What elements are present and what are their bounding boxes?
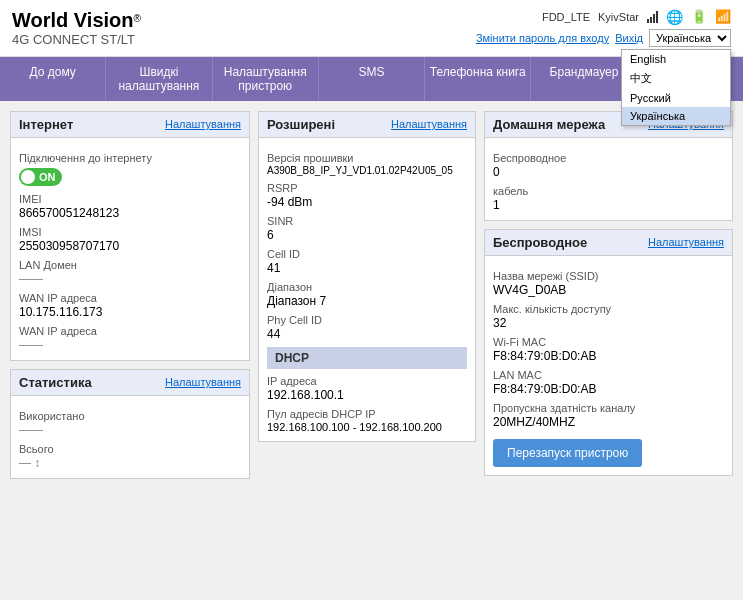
change-password-link[interactable]: Змінити пароль для входу (476, 32, 609, 44)
channel-value: 20MHZ/40MHZ (493, 415, 724, 429)
stats-card: Статистика Налаштування Використано —— В… (10, 369, 250, 479)
internet-card: Інтернет Налаштування Підключення до інт… (10, 111, 250, 361)
advanced-card-body: Версія прошивки A390B_B8_IP_YJ_VD1.01.02… (259, 138, 475, 441)
internet-card-body: Підключення до інтернету ON IMEI 8665700… (11, 138, 249, 360)
total-label: Всього (19, 443, 241, 455)
stats-settings-link[interactable]: Налаштування (165, 376, 241, 388)
total-value: — ↕ (19, 456, 241, 470)
logo-reg: ® (134, 13, 141, 24)
wan-ip2-label: WAN IP адреса (19, 325, 241, 337)
wireless-card-body: Назва мережі (SSID) WV4G_D0AB Макс. кіль… (485, 256, 732, 475)
internet-title: Інтернет (19, 117, 73, 132)
imsi-label: IMSI (19, 226, 241, 238)
nav-quick[interactable]: Швидкі налаштування (106, 57, 212, 101)
advanced-settings-link[interactable]: Налаштування (391, 118, 467, 130)
lan-mac-value: F8:84:79:0B:D0:AB (493, 382, 724, 396)
lang-section: Змінити пароль для входу Вихід English 中… (476, 29, 731, 47)
network-type: FDD_LTE (542, 11, 590, 23)
internet-card-header: Інтернет Налаштування (11, 112, 249, 138)
connection-toggle[interactable]: ON (19, 168, 62, 186)
nav-device[interactable]: Налаштування пристрою (213, 57, 319, 101)
imsi-value: 255030958707170 (19, 239, 241, 253)
cell-id-value: 41 (267, 261, 467, 275)
phy-cell-label: Phy Cell ID (267, 314, 467, 326)
cell-id-label: Cell ID (267, 248, 467, 260)
header-right: FDD_LTE KyivStar 🌐 🔋 📶 Змінити пароль дл… (476, 9, 731, 47)
wifi-mac-label: Wi-Fi MAC (493, 336, 724, 348)
home-network-title: Домашня мережа (493, 117, 605, 132)
toggle-circle (21, 170, 35, 184)
nav-home[interactable]: До дому (0, 57, 106, 101)
lang-item-ukrainian[interactable]: Українська (622, 107, 730, 125)
stats-title: Статистика (19, 375, 92, 390)
home-network-card: Домашня мережа Налаштування Беспроводное… (484, 111, 733, 221)
internet-settings-link[interactable]: Налаштування (165, 118, 241, 130)
language-select[interactable]: English 中文 Русский Українська (649, 29, 731, 47)
used-label: Використано (19, 410, 241, 422)
home-network-body: Беспроводное 0 кабель 1 (485, 138, 732, 220)
nav-sms[interactable]: SMS (319, 57, 425, 101)
max-access-label: Макс. кількість доступу (493, 303, 724, 315)
lan-mac-label: LAN MAC (493, 369, 724, 381)
dhcp-pool-label: Пул адресів DHCP IP (267, 408, 467, 420)
wifi-icon: 📶 (715, 9, 731, 24)
advanced-title: Розширені (267, 117, 335, 132)
cable-label: кабель (493, 185, 724, 197)
lan-domain-value: —— (19, 272, 241, 286)
firmware-label: Версія прошивки (267, 152, 467, 164)
language-selector[interactable]: English 中文 Русский Українська English 中文… (649, 29, 731, 47)
middle-column: Розширені Налаштування Версія прошивки A… (258, 111, 476, 479)
dhcp-ip-value: 192.168.100.1 (267, 388, 467, 402)
lang-item-english[interactable]: English (622, 50, 730, 68)
left-column: Інтернет Налаштування Підключення до інт… (10, 111, 250, 479)
toggle-label: ON (39, 171, 56, 183)
header: World Vision® 4G CONNECT ST/LT FDD_LTE K… (0, 0, 743, 57)
used-value: —— (19, 423, 241, 437)
band-value: Діапазон 7 (267, 294, 467, 308)
advanced-card: Розширені Налаштування Версія прошивки A… (258, 111, 476, 442)
dhcp-pool-value: 192.168.100.100 - 192.168.100.200 (267, 421, 467, 433)
logout-link[interactable]: Вихід (615, 32, 643, 44)
logo-title: World Vision (12, 9, 134, 31)
connection-label: Підключення до інтернету (19, 152, 241, 164)
wifi-mac-value: F8:84:79:0B:D0:AB (493, 349, 724, 363)
wireless-conn-label: Беспроводное (493, 152, 724, 164)
wan-ip-value: 10.175.116.173 (19, 305, 241, 319)
dhcp-ip-label: IP адреса (267, 375, 467, 387)
wireless-title: Беспроводное (493, 235, 587, 250)
wireless-card: Беспроводное Налаштування Назва мережі (… (484, 229, 733, 476)
lang-item-chinese[interactable]: 中文 (622, 68, 730, 89)
wireless-conn-value: 0 (493, 165, 724, 179)
right-column: Домашня мережа Налаштування Беспроводное… (484, 111, 733, 479)
rsrp-value: -94 dBm (267, 195, 467, 209)
advanced-card-header: Розширені Налаштування (259, 112, 475, 138)
status-bar: FDD_LTE KyivStar 🌐 🔋 📶 (542, 9, 731, 25)
channel-label: Пропускна здатність каналу (493, 402, 724, 414)
battery-icon: 🔋 (691, 9, 707, 24)
cable-value: 1 (493, 198, 724, 212)
carrier-name: KyivStar (598, 11, 639, 23)
wan-ip2-value: —— (19, 338, 241, 352)
max-access-value: 32 (493, 316, 724, 330)
signal-icon (647, 11, 658, 23)
restart-button[interactable]: Перезапуск пристрою (493, 439, 642, 467)
lan-domain-label: LAN Домен (19, 259, 241, 271)
lang-item-russian[interactable]: Русский (622, 89, 730, 107)
logo: World Vision® 4G CONNECT ST/LT (12, 8, 141, 48)
stats-card-body: Використано —— Всього — ↕ (11, 396, 249, 478)
logo-sub: 4G CONNECT ST/LT (12, 32, 141, 48)
imei-label: IMEI (19, 193, 241, 205)
stats-card-header: Статистика Налаштування (11, 370, 249, 396)
phy-cell-value: 44 (267, 327, 467, 341)
imei-value: 866570051248123 (19, 206, 241, 220)
main-content: Інтернет Налаштування Підключення до інт… (0, 101, 743, 489)
nav-phonebook[interactable]: Телефонна книга (425, 57, 531, 101)
wireless-settings-link[interactable]: Налаштування (648, 236, 724, 248)
band-label: Діапазон (267, 281, 467, 293)
dhcp-section-header: DHCP (267, 347, 467, 369)
sinr-value: 6 (267, 228, 467, 242)
rsrp-label: RSRP (267, 182, 467, 194)
firmware-value: A390B_B8_IP_YJ_VD1.01.02P42U05_05 (267, 165, 467, 176)
globe-icon: 🌐 (666, 9, 683, 25)
language-dropdown[interactable]: English 中文 Русский Українська (621, 49, 731, 126)
